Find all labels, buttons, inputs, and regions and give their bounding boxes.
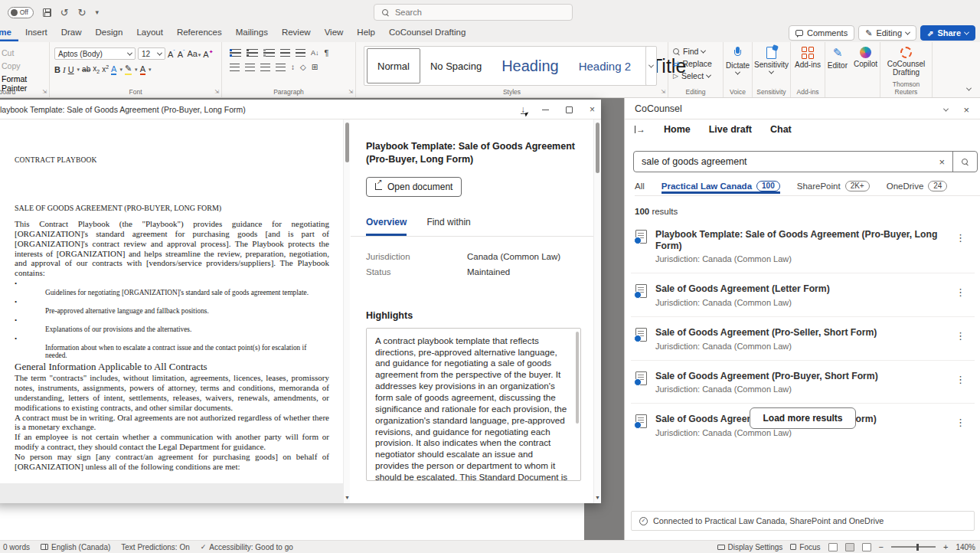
accessibility-status[interactable]: ✓Accessibility: Good to go bbox=[201, 543, 293, 551]
clipboard-dialog-launcher[interactable]: ⇲ bbox=[42, 89, 47, 95]
underline-button[interactable]: U bbox=[68, 65, 74, 74]
result-title[interactable]: Sale of Goods Agreement (Letter Form) bbox=[655, 283, 947, 295]
tab-find-within[interactable]: Find within bbox=[426, 217, 470, 236]
result-title[interactable]: Playbook Template: Sale of Goods Agreeme… bbox=[655, 229, 947, 251]
find-button[interactable]: Find bbox=[673, 47, 723, 56]
editing-mode-button[interactable]: ✎Editing bbox=[858, 25, 916, 41]
zoom-slider-thumb[interactable] bbox=[916, 544, 920, 551]
strikethrough-button[interactable]: ab bbox=[82, 65, 90, 74]
filter-sharepoint[interactable]: SharePoint2K+ bbox=[797, 178, 870, 194]
spellcheck-status[interactable]: English (Canada) bbox=[41, 543, 110, 551]
nav-live-draft[interactable]: Live draft bbox=[709, 124, 752, 135]
tab-design[interactable]: Design bbox=[89, 25, 130, 41]
result-row[interactable]: Sale of Goods Agreement (Pro-Seller, Sho… bbox=[631, 317, 975, 361]
document-scrollbar[interactable]: ▼ bbox=[343, 119, 350, 503]
word-page[interactable] bbox=[0, 503, 584, 540]
tab-references[interactable]: References bbox=[170, 25, 229, 41]
highlights-scrollbar-thumb[interactable] bbox=[576, 332, 579, 424]
download-icon[interactable]: ↓ bbox=[521, 106, 525, 114]
tab-cocounsel-drafting[interactable]: CoCounsel Drafting bbox=[382, 25, 472, 41]
result-row[interactable]: Sale of Goods Agreement (Pro-Buyer, Shor… bbox=[631, 361, 975, 404]
tab-mailings[interactable]: Mailings bbox=[229, 25, 275, 41]
cut-button[interactable]: Cut bbox=[2, 48, 49, 57]
chevron-down-icon[interactable] bbox=[943, 106, 949, 112]
print-layout-view-button[interactable] bbox=[845, 543, 854, 551]
collapse-ribbon-button[interactable] bbox=[967, 80, 971, 94]
result-row[interactable]: Sale of Goods Agreement (Letter Form)Jur… bbox=[631, 273, 975, 317]
web-layout-view-button[interactable] bbox=[862, 543, 871, 551]
undo-icon[interactable]: ↺ bbox=[60, 7, 69, 18]
zoom-slider[interactable] bbox=[891, 546, 936, 548]
style-normal[interactable]: Normal bbox=[367, 48, 420, 83]
borders-button[interactable]: ⊞ bbox=[312, 63, 318, 71]
nav-chat[interactable]: Chat bbox=[770, 124, 792, 135]
more-options-icon[interactable]: ⋮ bbox=[956, 327, 972, 342]
zoom-level[interactable]: 140% bbox=[956, 543, 975, 551]
details-scrollbar[interactable]: ▼ bbox=[593, 119, 600, 503]
editor-button[interactable]: ✎ Editor bbox=[828, 47, 848, 70]
grow-font-button[interactable]: Aˆ bbox=[168, 49, 175, 59]
tab-draw[interactable]: Draw bbox=[54, 25, 89, 41]
sort-button[interactable]: A↓ bbox=[311, 49, 319, 57]
cocounsel-search-box[interactable]: × bbox=[633, 151, 978, 172]
text-effects-button[interactable]: A bbox=[111, 64, 116, 75]
more-options-icon[interactable]: ⋮ bbox=[956, 283, 972, 298]
autosave-toggle[interactable]: Off bbox=[8, 7, 34, 18]
scroll-down-icon[interactable]: ▼ bbox=[595, 495, 600, 500]
result-row[interactable]: Playbook Template: Sale of Goods Agreeme… bbox=[631, 219, 975, 273]
close-icon[interactable]: × bbox=[590, 104, 595, 115]
tab-insert[interactable]: Insert bbox=[18, 25, 54, 41]
search-submit-button[interactable] bbox=[952, 152, 977, 172]
scroll-down-icon[interactable]: ▼ bbox=[345, 495, 350, 500]
text-predictions[interactable]: Text Predictions: On bbox=[121, 543, 189, 551]
paragraph-dialog-launcher[interactable]: ⇲ bbox=[348, 89, 353, 95]
font-size-select[interactable]: 12 bbox=[138, 47, 165, 60]
decrease-indent-button[interactable] bbox=[280, 49, 290, 57]
font-name-select[interactable]: Aptos (Body) bbox=[54, 47, 136, 60]
font-color-button[interactable]: A bbox=[140, 64, 145, 75]
line-spacing-button[interactable]: ↕ bbox=[291, 63, 295, 71]
tab-view[interactable]: View bbox=[318, 25, 351, 41]
tab-overview[interactable]: Overview bbox=[366, 217, 407, 236]
more-options-icon[interactable]: ⋮ bbox=[956, 229, 972, 244]
sensitivity-button[interactable]: Sensitivity bbox=[753, 42, 790, 74]
highlights-box[interactable]: A contract playbook template that reflec… bbox=[366, 328, 581, 481]
tab-home[interactable]: Home bbox=[0, 25, 18, 41]
search-input[interactable] bbox=[395, 8, 548, 17]
word-count[interactable]: 0 words bbox=[3, 543, 30, 551]
dictate-button[interactable]: Dictate bbox=[724, 42, 752, 75]
style-heading1[interactable]: Heading bbox=[492, 47, 569, 85]
replace-button[interactable]: ⇄Replace bbox=[673, 59, 723, 68]
tab-review[interactable]: Review bbox=[275, 25, 318, 41]
more-options-icon[interactable]: ⋮ bbox=[956, 371, 972, 385]
highlight-button[interactable]: ✎ bbox=[125, 64, 132, 75]
read-mode-view-button[interactable] bbox=[828, 543, 838, 551]
zoom-out-button[interactable]: − bbox=[879, 542, 884, 551]
justify-button[interactable] bbox=[276, 64, 286, 71]
minimize-icon[interactable] bbox=[542, 110, 549, 110]
close-icon[interactable]: × bbox=[963, 104, 969, 116]
bold-button[interactable]: B bbox=[54, 65, 60, 74]
styles-gallery-more-button[interactable] bbox=[645, 46, 657, 86]
display-settings-button[interactable]: Display Settings bbox=[717, 543, 783, 551]
select-button[interactable]: ▷Select bbox=[673, 71, 723, 80]
filter-all[interactable]: All bbox=[635, 178, 645, 194]
multilevel-list-button[interactable] bbox=[263, 49, 275, 57]
tab-help[interactable]: Help bbox=[350, 25, 382, 41]
cocounsel-drafting-button[interactable]: CoCounsel Drafting bbox=[880, 42, 932, 77]
clear-search-icon[interactable]: × bbox=[931, 156, 952, 168]
style-no-spacing[interactable]: No Spacing bbox=[420, 47, 492, 85]
bullets-button[interactable] bbox=[230, 49, 241, 57]
shading-button[interactable]: ◇ bbox=[300, 63, 306, 71]
nav-home[interactable]: Home bbox=[664, 124, 691, 135]
scrollbar-thumb[interactable] bbox=[596, 123, 599, 173]
redo-icon[interactable]: ↻ bbox=[78, 7, 87, 18]
zoom-in-button[interactable]: + bbox=[943, 542, 948, 551]
result-title[interactable]: Sale of Goods Agreement (Pro-Buyer, Shor… bbox=[655, 371, 947, 382]
addins-button[interactable]: Add-ins bbox=[791, 42, 825, 69]
change-case-button[interactable]: Aa▾ bbox=[187, 49, 201, 58]
result-title[interactable]: Sale of Goods Agreement (Pro-Seller, Sho… bbox=[655, 327, 947, 339]
numbering-button[interactable] bbox=[247, 49, 258, 57]
italic-button[interactable]: I bbox=[63, 65, 66, 74]
increase-indent-button[interactable] bbox=[296, 49, 305, 57]
